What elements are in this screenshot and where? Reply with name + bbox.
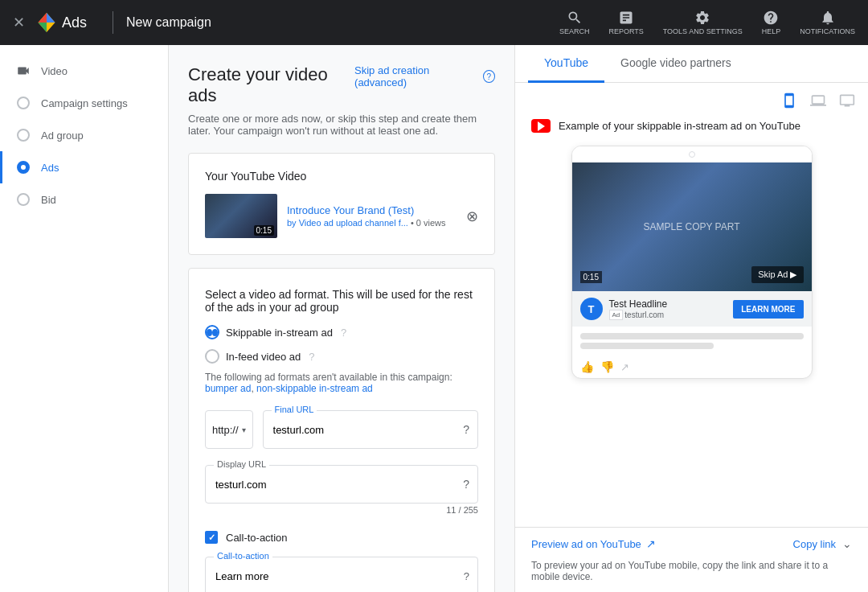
desc-line-1 <box>580 333 804 339</box>
infeed-radio-circle <box>205 349 219 364</box>
display-url-field[interactable]: Display URL ? <box>205 465 478 504</box>
non-skippable-link[interactable]: non-skippable in-stream ad <box>256 383 373 394</box>
topbar-actions: SEARCH REPORTS TOOLS AND SETTINGS HELP N… <box>559 10 855 35</box>
device-icons-row <box>515 83 868 113</box>
thumbs-up-icon[interactable]: 👍 <box>580 360 594 373</box>
cta-help-icon[interactable]: ? <box>464 570 469 582</box>
sidebar-item-campaign-settings[interactable]: Campaign settings <box>0 87 168 119</box>
video-time-badge: 0:15 <box>580 271 602 283</box>
format-section: Select a video ad format. This will be u… <box>205 288 478 592</box>
display-url-help-icon[interactable]: ? <box>463 478 469 491</box>
url-row: http:// ▾ Final URL ? <box>205 410 478 449</box>
campaign-settings-icon <box>15 95 31 111</box>
close-button[interactable]: ✕ <box>13 14 25 31</box>
skippable-radio[interactable]: Skippable in-stream ad ? <box>205 325 478 339</box>
youtube-video-card: Your YouTube Video 0:15 Introduce Your B… <box>188 153 495 255</box>
skip-ad-button[interactable]: Skip Ad ▶ <box>751 266 803 283</box>
video-card-title: Your YouTube Video <box>205 170 478 183</box>
ad-info: Test Headline Ad testurl.com <box>609 298 727 320</box>
google-ads-text: Ads <box>62 14 87 31</box>
final-url-field[interactable]: Final URL ? <box>263 410 478 449</box>
reports-action[interactable]: REPORTS <box>608 10 643 35</box>
video-name[interactable]: Introduce Your Brand (Test) <box>287 204 457 216</box>
ad-badge: Ad <box>609 310 624 320</box>
sidebar-label-campaign-settings: Campaign settings <box>41 97 128 109</box>
cta-field[interactable]: Call-to-action ? <box>205 557 478 592</box>
tools-action[interactable]: TOOLS AND SETTINGS <box>663 10 743 35</box>
preview-ad-link[interactable]: Preview ad on YouTube ↗ <box>531 537 656 550</box>
phone-mockup: SAMPLE COPY PART Skip Ad ▶ 0:15 T Test H… <box>571 146 813 379</box>
unavailable-formats-text: The following ad formats aren't availabl… <box>205 372 478 394</box>
desktop-device-icon[interactable] <box>810 92 826 113</box>
cta-checkbox-label: Call-to-action <box>226 532 288 544</box>
mobile-device-icon[interactable] <box>781 92 797 113</box>
sample-copy-text: SAMPLE COPY PART <box>643 221 739 232</box>
share-icon[interactable]: ↗ <box>620 361 629 373</box>
desc-line-2 <box>580 343 714 349</box>
right-panel: YouTube Google video partners <box>514 45 868 592</box>
final-url-help-icon[interactable]: ? <box>463 423 469 436</box>
notifications-label: NOTIFICATIONS <box>800 27 855 35</box>
ad-headline: Test Headline <box>609 298 727 310</box>
google-ads-logo: Ads <box>35 10 87 35</box>
sidebar-item-bid[interactable]: Bid <box>0 183 168 216</box>
copy-link-button[interactable]: Copy link <box>793 538 836 550</box>
sidebar-label-bid: Bid <box>41 194 56 206</box>
tools-label: TOOLS AND SETTINGS <box>663 27 743 35</box>
format-radio-group: Skippable in-stream ad ? In-feed video a… <box>205 325 478 364</box>
youtube-icon <box>531 119 551 133</box>
skippable-radio-circle <box>205 325 219 339</box>
thumbs-down-icon[interactable]: 👎 <box>600 360 614 373</box>
video-item: 0:15 Introduce Your Brand (Test) by Vide… <box>205 194 478 238</box>
ad-url-row: Ad testurl.com <box>609 310 727 320</box>
display-url-input[interactable] <box>206 466 477 503</box>
preview-label-row: Example of your skippable in-stream ad o… <box>531 119 852 133</box>
video-meta: by Video ad upload channel f... • 0 view… <box>287 218 457 228</box>
bumper-ad-link[interactable]: bumper ad <box>205 383 251 394</box>
phone-notch <box>572 146 812 162</box>
infeed-radio[interactable]: In-feed video ad ? <box>205 349 478 364</box>
sidebar-item-ads[interactable]: Ads <box>0 151 168 183</box>
search-action[interactable]: SEARCH <box>559 10 590 35</box>
infeed-help-icon[interactable]: ? <box>309 351 314 363</box>
format-card: Select a video ad format. This will be u… <box>188 268 495 592</box>
chevron-down-icon: ▾ <box>242 426 246 434</box>
cta-checkbox[interactable] <box>205 531 218 544</box>
sidebar-label-ads: Ads <box>41 162 59 174</box>
notifications-action[interactable]: NOTIFICATIONS <box>800 10 855 35</box>
reports-label: REPORTS <box>608 27 643 35</box>
cta-checkbox-row[interactable]: Call-to-action <box>205 531 478 544</box>
phone-like-icons: 👍 👎 ↗ <box>580 360 629 373</box>
tv-device-icon[interactable] <box>839 92 855 113</box>
help-action[interactable]: HELP <box>762 10 781 35</box>
final-url-label: Final URL <box>272 405 317 414</box>
expand-icon[interactable]: ⌄ <box>842 537 852 550</box>
skip-ad-creation-link[interactable]: Skip ad creation (advanced) ? <box>354 64 495 88</box>
sidebar-item-video[interactable]: Video <box>0 55 168 87</box>
tab-google-video-partners[interactable]: Google video partners <box>604 45 747 83</box>
copy-link-area: Copy link ⌄ <box>793 537 852 550</box>
cta-input[interactable] <box>206 557 477 592</box>
video-info: Introduce Your Brand (Test) by Video ad … <box>287 204 457 228</box>
skippable-label: Skippable in-stream ad <box>226 327 333 339</box>
protocol-selector[interactable]: http:// ▾ <box>205 410 253 449</box>
display-url-char-count: 11 / 255 <box>205 505 478 515</box>
tab-youtube[interactable]: YouTube <box>528 45 604 83</box>
panel-tabs: YouTube Google video partners <box>515 45 868 83</box>
phone-video-area: SAMPLE COPY PART Skip Ad ▶ 0:15 <box>572 162 812 291</box>
phone-notch-circle <box>689 151 695 158</box>
remove-video-button[interactable]: ⊗ <box>466 208 478 225</box>
skippable-help-icon[interactable]: ? <box>341 327 346 339</box>
ad-url: testurl.com <box>624 310 664 319</box>
phone-desc-lines <box>572 327 812 356</box>
video-sidebar-icon <box>15 63 31 79</box>
google-logo-icon <box>35 10 59 35</box>
sidebar-item-ad-group[interactable]: Ad group <box>0 119 168 151</box>
sidebar-label-ad-group: Ad group <box>41 130 84 142</box>
video-channel-link[interactable]: by Video ad upload channel f... <box>287 218 408 228</box>
display-url-label: Display URL <box>214 459 269 469</box>
search-label: SEARCH <box>559 27 590 35</box>
learn-more-button[interactable]: LEARN MORE <box>733 300 803 319</box>
final-url-input[interactable] <box>264 411 477 448</box>
preview-note: To preview your ad on YouTube mobile, co… <box>515 560 868 592</box>
